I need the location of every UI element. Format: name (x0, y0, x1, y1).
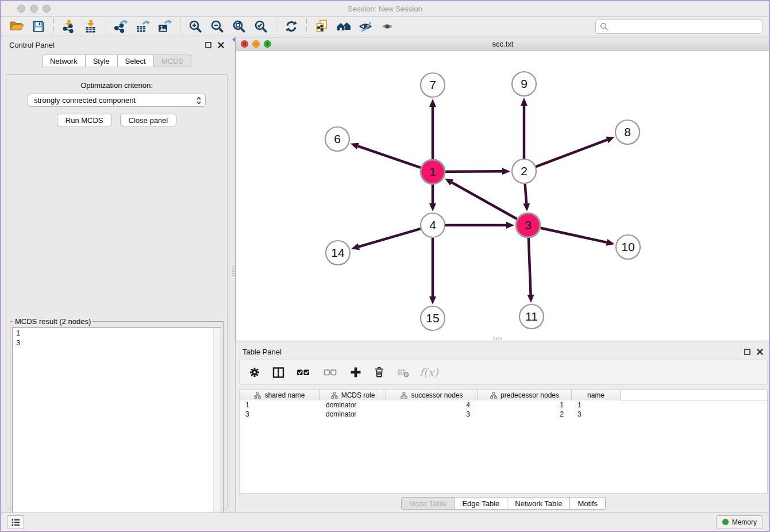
save-session-button[interactable] (28, 18, 49, 35)
graph-node-15[interactable]: 15 (421, 306, 445, 330)
mcds-result-group: MCDS result (2 nodes) 13 (10, 317, 224, 532)
import-table-icon (84, 20, 98, 33)
zoom-in-button[interactable] (184, 18, 206, 35)
tab-network[interactable]: Network (42, 55, 86, 67)
graph-edge-1-6[interactable] (351, 143, 421, 168)
graph-node-2[interactable]: 2 (512, 159, 536, 183)
mcds-result-item: 3 (13, 338, 221, 348)
close-panel-button[interactable] (216, 40, 225, 49)
graph-edge-3-10[interactable] (540, 228, 614, 246)
column-header-predecessor-nodes[interactable]: predecessor nodes (478, 390, 572, 400)
table-settings-button[interactable] (248, 365, 261, 379)
table-row[interactable]: 3dominator323 (240, 410, 767, 419)
graph-edge-3-1[interactable] (445, 179, 517, 219)
table-cell: 4 (386, 400, 478, 410)
column-header-successor-nodes[interactable]: successor nodes (386, 390, 478, 400)
graph-node-10[interactable]: 10 (616, 235, 640, 259)
zoom-out-button[interactable] (206, 18, 228, 35)
graph-edge-2-3[interactable] (523, 184, 530, 211)
import-table-button[interactable] (80, 18, 102, 35)
memory-button[interactable]: Memory (716, 515, 763, 529)
graph-node-4[interactable]: 4 (421, 213, 445, 237)
tab-network-table[interactable]: Network Table (507, 497, 570, 510)
horizontal-splitter-grip[interactable] (494, 337, 503, 340)
graph-node-14[interactable]: 14 (326, 241, 350, 265)
new-network-from-selection-button[interactable] (311, 18, 333, 35)
search-field[interactable] (595, 20, 763, 34)
window-zoom-button[interactable] (43, 5, 51, 13)
show-column-panel-button[interactable] (271, 365, 285, 379)
tab-edge-table[interactable]: Edge Table (455, 497, 507, 510)
column-header-label: MCDS role (341, 391, 375, 399)
frame-maximize-button[interactable] (264, 40, 271, 48)
graph-node-6[interactable]: 6 (325, 127, 349, 151)
result-scrollbar[interactable] (213, 328, 221, 532)
criterion-select[interactable]: strongly connected component (28, 94, 206, 107)
graph-edge-2-9[interactable] (521, 98, 528, 159)
splitter-grip[interactable] (232, 266, 235, 277)
svg-text:11: 11 (525, 310, 538, 323)
zoom-selected-button[interactable] (250, 18, 272, 35)
graph-edge-2-8[interactable] (536, 137, 615, 167)
show-all-button[interactable] (376, 18, 398, 35)
export-network-button[interactable] (110, 18, 132, 35)
graph-edge-1-2[interactable] (445, 168, 510, 175)
graph-node-1[interactable]: 1 (421, 160, 445, 184)
window-close-button[interactable] (17, 5, 25, 13)
graph-node-3[interactable]: 3 (516, 213, 540, 237)
column-header-mcds-role[interactable]: MCDS role (320, 390, 386, 400)
zoom-fit-button[interactable] (228, 18, 250, 35)
graph-node-8[interactable]: 8 (615, 120, 640, 144)
tab-node-table[interactable]: Node Table (401, 497, 455, 510)
create-column-button[interactable] (349, 365, 363, 379)
graph-edge-3-11[interactable] (528, 238, 534, 303)
tab-select[interactable]: Select (118, 55, 154, 67)
float-table-panel-button[interactable] (742, 347, 752, 356)
deselect-all-button[interactable] (322, 365, 339, 379)
search-input[interactable] (611, 22, 759, 32)
graph-node-9[interactable]: 9 (512, 72, 536, 96)
mcds-result-list[interactable]: 13 (12, 327, 221, 532)
tab-motifs[interactable]: Motifs (570, 497, 606, 510)
delete-column-button[interactable] (372, 365, 386, 379)
task-history-button[interactable] (7, 515, 24, 529)
export-image-button[interactable] (154, 18, 176, 35)
frame-close-button[interactable] (241, 40, 248, 48)
close-table-panel-button[interactable] (755, 347, 764, 356)
graph-edge-4-15[interactable] (429, 238, 436, 304)
zoom-fit-icon (232, 20, 246, 33)
column-header-shared-name[interactable]: shared name (240, 390, 320, 400)
table-row[interactable]: 1dominator411 (240, 400, 767, 410)
graph-edge-1-7[interactable] (429, 99, 436, 159)
select-all-button[interactable] (295, 365, 312, 379)
hide-unselected-button[interactable] (355, 18, 376, 35)
float-window-icon (744, 349, 750, 355)
graph-node-7[interactable]: 7 (421, 73, 445, 97)
graph-edge-4-3[interactable] (445, 222, 514, 229)
export-table-button[interactable] (132, 18, 154, 35)
table-cell: 3 (572, 410, 621, 419)
export-image-icon (157, 20, 172, 33)
column-header-name[interactable]: name (572, 390, 621, 400)
graph-node-11[interactable]: 11 (519, 304, 544, 329)
frame-minimize-button[interactable] (252, 40, 260, 48)
close-mcds-button[interactable]: Close panel (120, 114, 177, 126)
ndex-home-button[interactable] (333, 18, 355, 35)
open-session-button[interactable] (6, 18, 28, 35)
graph-edge-4-14[interactable] (351, 229, 421, 250)
tab-mcds[interactable]: MCDS (154, 55, 191, 67)
network-canvas[interactable]: 7968124314101511 (236, 51, 769, 341)
graph-edge-1-4[interactable] (429, 184, 436, 211)
tab-style[interactable]: Style (86, 55, 118, 67)
network-frame-titlebar[interactable]: scc.txt (236, 37, 769, 51)
splitter-collapse-arrow-icon[interactable] (232, 37, 235, 42)
float-panel-button[interactable] (203, 40, 213, 49)
run-mcds-button[interactable]: Run MCDS (57, 114, 112, 126)
table-cell: 1 (240, 400, 320, 410)
search-icon (600, 22, 608, 30)
import-network-button[interactable] (58, 18, 80, 35)
apply-layout-button[interactable] (280, 18, 302, 35)
window-minimize-button[interactable] (30, 5, 38, 13)
eye-icon (380, 20, 394, 33)
table-cell: 3 (386, 410, 478, 419)
